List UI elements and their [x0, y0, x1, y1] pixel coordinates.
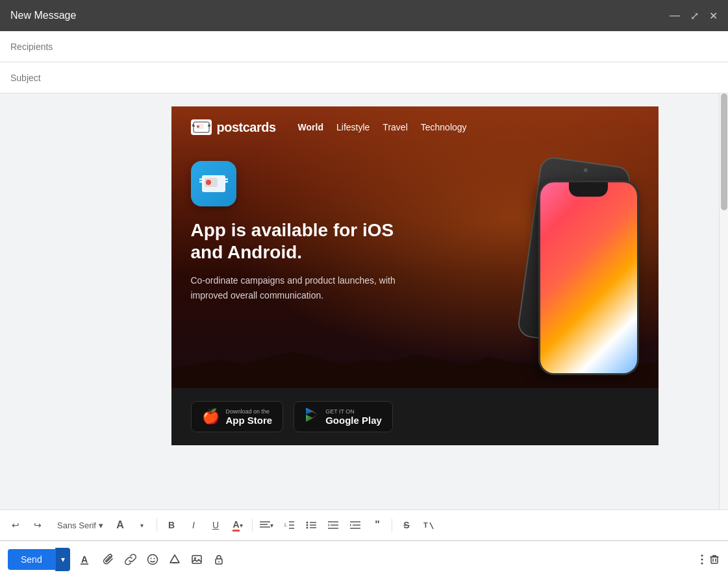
svg-rect-48: [192, 556, 201, 563]
send-arrow-button[interactable]: ▾: [55, 548, 70, 571]
playstore-small-text: GET IT ON: [325, 408, 382, 415]
appstore-badge[interactable]: 🍎 Download on the App Store: [191, 401, 284, 432]
svg-point-26: [306, 524, 308, 526]
appstore-large-text: App Store: [226, 415, 273, 426]
subject-row: [0, 62, 728, 93]
font-family-arrow: ▾: [99, 521, 103, 530]
hero-phone-mockups: [444, 161, 639, 369]
separator-2: [252, 519, 253, 532]
svg-marker-34: [328, 524, 329, 526]
nav-link-travel[interactable]: Travel: [383, 122, 407, 132]
compose-area: postcards World Lifestyle Travel Technol…: [0, 93, 728, 509]
nav-link-technology[interactable]: Technology: [421, 122, 467, 132]
logo-text: postcards: [217, 120, 276, 135]
delete-button[interactable]: [709, 554, 720, 565]
font-color-button[interactable]: A ▾: [227, 515, 248, 535]
appstore-text: Download on the App Store: [226, 408, 273, 426]
svg-point-45: [153, 558, 155, 559]
appstore-small-text: Download on the: [226, 408, 273, 415]
download-badges: 🍎 Download on the App Store: [171, 388, 659, 445]
font-size-button[interactable]: A: [110, 515, 131, 535]
app-icon: [191, 161, 236, 206]
svg-rect-55: [711, 557, 718, 563]
more-options-button[interactable]: [701, 554, 703, 565]
undo-button[interactable]: ↩: [5, 515, 26, 535]
phone-front-mockup: [538, 180, 639, 375]
nav-links: World Lifestyle Travel Technology: [298, 122, 467, 132]
svg-point-52: [701, 554, 703, 556]
emoji-icon[interactable]: [147, 554, 158, 565]
indent-decrease-button[interactable]: [323, 515, 344, 535]
minimize-button[interactable]: —: [670, 10, 680, 21]
bold-button[interactable]: B: [161, 515, 182, 535]
nav-link-world[interactable]: World: [298, 122, 323, 132]
phone-screen: [540, 182, 637, 373]
svg-point-44: [150, 558, 151, 559]
scrollbar-thumb[interactable]: [721, 93, 727, 210]
confidential-icon[interactable]: [213, 554, 225, 565]
restore-button[interactable]: ⤢: [690, 10, 699, 22]
hero-title: App is available for iOS and Android.: [191, 219, 431, 263]
strikethrough-button[interactable]: S: [396, 515, 417, 535]
compose-window: New Message — ⤢ ✕: [0, 0, 728, 577]
title-bar: New Message — ⤢ ✕: [0, 0, 728, 31]
format-toolbar: ↩ ↪ Sans Serif ▾ A ▾ B I U A ▾ ▾: [0, 509, 728, 541]
italic-button[interactable]: I: [183, 515, 204, 535]
font-family-select[interactable]: Sans Serif ▾: [52, 518, 108, 533]
email-content-area[interactable]: postcards World Lifestyle Travel Technol…: [0, 93, 719, 509]
clear-format-button[interactable]: T: [418, 515, 439, 535]
link-icon[interactable]: [125, 554, 136, 565]
subject-input[interactable]: [10, 73, 718, 83]
nav-bar: postcards World Lifestyle Travel Technol…: [191, 119, 639, 135]
send-button-group: Send ▾: [8, 548, 70, 571]
svg-marker-46: [170, 555, 179, 563]
underline-button[interactable]: U: [205, 515, 226, 535]
drive-icon[interactable]: [169, 554, 181, 565]
svg-line-40: [430, 522, 433, 529]
redo-button[interactable]: ↪: [27, 515, 48, 535]
separator-3: [392, 519, 392, 532]
hero-content: App is available for iOS and Android. Co…: [191, 161, 639, 369]
font-family-label: Sans Serif: [57, 521, 96, 530]
ordered-list-button[interactable]: 1.: [279, 515, 299, 535]
image-icon[interactable]: [191, 554, 203, 565]
svg-text:T: T: [423, 521, 428, 529]
playstore-large-text: Google Play: [325, 415, 382, 426]
svg-point-54: [701, 562, 703, 564]
action-icons-right: [701, 554, 720, 565]
window-title: New Message: [10, 10, 76, 21]
svg-text:1.: 1.: [284, 522, 288, 527]
nav-logo: postcards: [191, 119, 276, 135]
format-text-icon[interactable]: A: [81, 554, 92, 565]
attach-icon[interactable]: [103, 554, 114, 565]
svg-point-49: [194, 557, 196, 559]
action-bar: Send ▾ A: [0, 541, 728, 577]
svg-point-25: [306, 522, 308, 524]
indent-increase-button[interactable]: [345, 515, 366, 535]
recipients-input[interactable]: [10, 42, 718, 52]
svg-text:A: A: [81, 554, 88, 565]
undo-redo-group: ↩ ↪: [5, 515, 48, 535]
email-header: postcards World Lifestyle Travel Technol…: [171, 106, 659, 388]
recipients-row: [0, 31, 728, 62]
send-button[interactable]: Send: [8, 549, 55, 570]
nav-link-lifestyle[interactable]: Lifestyle: [336, 122, 370, 132]
hero-description: Co-ordinate campaigns and product launch…: [191, 273, 431, 302]
svg-point-2: [197, 125, 199, 128]
svg-marker-38: [350, 524, 351, 526]
close-button[interactable]: ✕: [709, 10, 718, 22]
playstore-badge[interactable]: GET IT ON Google Play: [294, 401, 393, 432]
svg-point-43: [147, 554, 157, 564]
blockquote-button[interactable]: ": [367, 515, 388, 535]
align-button[interactable]: ▾: [257, 515, 277, 535]
svg-point-27: [306, 527, 308, 529]
font-size-arrow[interactable]: ▾: [132, 515, 153, 535]
svg-point-53: [701, 558, 703, 560]
window-controls: — ⤢ ✕: [670, 10, 718, 22]
phone-notch: [569, 182, 608, 197]
apple-icon: 🍎: [202, 408, 220, 425]
play-icon: [305, 407, 319, 426]
unordered-list-button[interactable]: [301, 515, 321, 535]
scrollbar-track[interactable]: [719, 93, 728, 509]
hero-left: App is available for iOS and Android. Co…: [191, 161, 431, 341]
